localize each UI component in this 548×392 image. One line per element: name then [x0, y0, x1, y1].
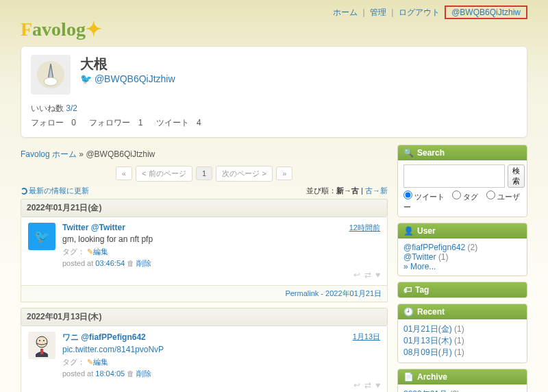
tweet-timestamp[interactable]: 12時間前	[349, 223, 380, 233]
tweet-avatar: 🐦	[28, 223, 55, 250]
posted-time[interactable]: 18:04:05	[95, 369, 125, 378]
search-input[interactable]	[403, 164, 505, 188]
tweet-label: ツイート	[156, 118, 189, 127]
side-link[interactable]: 2022年01月	[403, 389, 447, 392]
reply-icon[interactable]: ↩	[353, 270, 360, 280]
tweet-timestamp[interactable]: 1月13日	[353, 332, 380, 343]
side-count: (1)	[454, 324, 464, 334]
permalink[interactable]: Permalink - 2022年01月21日	[285, 289, 382, 297]
sort-old[interactable]: 古→新	[365, 186, 388, 195]
posted-label: posted at	[62, 259, 95, 267]
nav-admin[interactable]: 管理	[367, 8, 389, 17]
retweet-icon[interactable]: ⇄	[364, 380, 371, 390]
edit-link[interactable]: 編集	[93, 247, 108, 256]
pager-last[interactable]: »	[276, 167, 292, 180]
trash-icon: 🗑	[127, 259, 134, 267]
user-box: 👤User @fiafPPefign642 (2)@Twitter (1)» M…	[397, 223, 527, 276]
posted-label: posted at	[62, 369, 95, 378]
tweet-handle[interactable]: @Twitter	[91, 223, 125, 232]
nav-logout[interactable]: ログアウト	[396, 8, 443, 17]
side-link[interactable]: @fiafPPefign642	[403, 243, 465, 252]
pager-prev[interactable]: < 前のページ	[136, 166, 192, 182]
more-link[interactable]: » More...	[403, 262, 436, 271]
heart-icon[interactable]: ♥	[375, 380, 380, 390]
side-count: (2)	[449, 389, 460, 392]
side-count: (1)	[438, 252, 449, 262]
breadcrumb: Favolog ホーム » @BWQB6QiJtzhiw	[21, 149, 388, 160]
sort-new[interactable]: 新→古	[336, 186, 359, 195]
recent-box: 🕘Recent 01月21日(金) (1)01月13日(木) (1)08月09日…	[397, 304, 527, 363]
twitter-icon: 🐦	[80, 73, 92, 84]
delete-link[interactable]: 削除	[136, 369, 151, 378]
user-title: User	[417, 226, 436, 236]
svg-point-2	[36, 336, 47, 347]
tag-title: Tag	[415, 285, 429, 295]
side-count: (1)	[454, 336, 464, 345]
follow-count: 0	[71, 118, 76, 127]
breadcrumb-current: @BWQB6QiJtzhiw	[86, 149, 155, 159]
search-icon: 🔍	[403, 148, 414, 158]
pager: « < 前のページ 1 次のページ > »	[21, 166, 388, 182]
tweet-name[interactable]: ワニ	[62, 332, 81, 342]
tweet-handle[interactable]: @fiafPPefign642	[81, 332, 145, 342]
site-logo[interactable]: Favolog✦	[21, 18, 527, 40]
side-link[interactable]: @Twitter	[403, 252, 436, 262]
user-icon: 👤	[403, 226, 414, 236]
archive-box: 📄Archive 2022年01月 (2)2021年08月 (1)» More.…	[397, 369, 527, 392]
profile-avatar	[31, 55, 71, 95]
edit-link[interactable]: 編集	[93, 358, 108, 366]
tweet-item: ワニ @fiafPPefign6421月13日pic.twitter.com/8…	[21, 326, 388, 392]
refresh-icon	[21, 188, 27, 195]
tweet-text: gm, looking for an nft pfp	[62, 234, 380, 244]
retweet-icon[interactable]: ⇄	[364, 270, 371, 280]
recent-title: Recent	[417, 307, 445, 317]
reply-icon[interactable]: ↩	[353, 380, 360, 390]
heart-icon[interactable]: ♥	[375, 270, 380, 280]
archive-icon: 📄	[403, 372, 414, 382]
nav-home[interactable]: ホーム	[330, 8, 360, 17]
tag-box: 🏷Tag	[397, 282, 527, 298]
likes-ratio[interactable]: 3/2	[66, 103, 77, 113]
pager-next[interactable]: 次のページ >	[216, 166, 272, 182]
svg-rect-5	[40, 349, 43, 354]
search-button[interactable]: 検索	[508, 164, 525, 188]
tweet-name[interactable]: Twitter	[62, 223, 91, 232]
svg-point-1	[44, 77, 58, 86]
follower-label: フォロワー	[89, 118, 130, 127]
likes-label: いいね数	[31, 103, 64, 113]
tag-label: タグ：	[62, 247, 85, 256]
profile-handle[interactable]: 🐦 @BWQB6QiJtzhiw	[80, 73, 175, 84]
posted-time[interactable]: 03:46:54	[95, 259, 125, 267]
side-count: (2)	[468, 243, 478, 252]
tweet-item: 🐦Twitter @Twitter12時間前gm, looking for an…	[21, 217, 388, 286]
side-link[interactable]: 01月21日(金)	[403, 324, 452, 334]
tweet-text: pic.twitter.com/8141pvoNvP	[62, 345, 380, 354]
nav-username[interactable]: @BWQB6QiJtzhiw	[449, 8, 523, 17]
archive-title: Archive	[417, 372, 447, 382]
search-title: Search	[417, 148, 445, 158]
radio-tag[interactable]: タグ	[452, 193, 478, 201]
tag-icon: 🏷	[403, 285, 412, 295]
breadcrumb-home[interactable]: Favolog ホーム	[21, 149, 77, 159]
date-header: 2022年01月21日(金)	[21, 199, 388, 217]
refresh-link[interactable]: 最新の情報に更新	[21, 186, 89, 196]
follower-count: 1	[138, 118, 143, 127]
pager-current[interactable]: 1	[196, 167, 212, 180]
trash-icon: 🗑	[127, 369, 134, 378]
recent-icon: 🕘	[403, 307, 414, 317]
side-link[interactable]: 01月13日(木)	[403, 336, 452, 345]
tweet-avatar	[28, 332, 55, 359]
pager-first[interactable]: «	[116, 167, 132, 180]
follow-label: フォロー	[31, 118, 64, 127]
tweet-count: 4	[197, 118, 201, 127]
delete-link[interactable]: 削除	[136, 259, 151, 267]
radio-tweet[interactable]: ツイート	[403, 193, 445, 201]
side-link[interactable]: 08月09日(月)	[403, 347, 452, 357]
side-count: (1)	[454, 347, 464, 357]
profile-card: 大根 🐦 @BWQB6QiJtzhiw いいね数 3/2 フォロー 0 フォロワ…	[21, 46, 527, 138]
pencil-icon: ✎	[87, 247, 93, 256]
sort-control: 並び順：新→古 | 古→新	[306, 186, 388, 196]
tag-label: タグ：	[62, 358, 85, 366]
svg-point-4	[43, 340, 45, 341]
date-header: 2022年01月13日(木)	[21, 308, 388, 326]
